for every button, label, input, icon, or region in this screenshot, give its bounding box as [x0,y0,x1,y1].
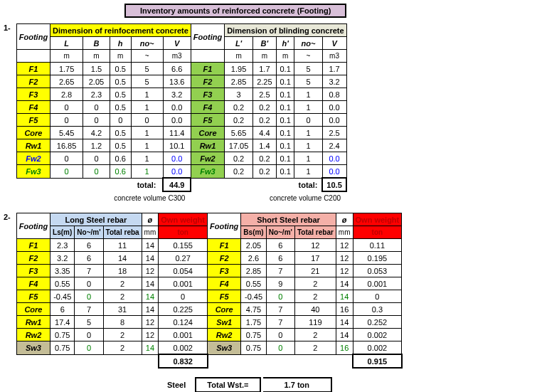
col-hdr: V [163,37,191,50]
col-hdr: B [83,37,110,50]
table-row: Rw117.458120.124Sw11.757119140.252 [16,316,401,329]
reinf-hdr: Dimension of reinfocement concrete [50,24,191,37]
section-2-num: 2- [4,213,16,221]
col-hdr: h' [276,37,294,50]
table-row: Rw116.851.20.5110.1Rw117.051.40.112.4 [16,139,346,152]
page-title: Inventory amounts of reinforced concrete… [124,4,346,18]
col-hdr: B' [252,37,276,50]
total-lbl-l: total: [131,178,163,191]
table-row: F33.35718120.054F32.85721120.053 [16,265,401,277]
total-wst-val: 1.7 ton [263,377,332,392]
sum-right: 0.915 [353,354,402,368]
table-row: Core6731140.225Core4.75740160.3 [16,303,401,316]
col-hdr: no~ [294,37,322,50]
long-rebar-hdr: Long Steel rebar [50,213,142,226]
blind-hdr: Dimension of blinding concrete [225,24,346,37]
col-hdr: V [322,37,346,50]
total-lbl-r: total: [294,178,322,191]
sum-left: 0.832 [159,354,208,368]
table-row: F500000.0F50.20.20.100.0 [16,114,346,127]
table-row: F4000.510.0F40.20.20.110.0 [16,101,346,114]
footing-hdr-r: Footing [191,24,224,50]
table-row: F22.652.050.5513.6F22.852.250.153.2 [16,75,346,88]
own-l: Own weight [159,213,208,226]
col-hdr: L' [225,37,253,50]
steel-lbl: Steel [167,381,193,389]
col-hdr: L [50,37,83,50]
dia-l: ø [142,213,159,226]
table-row: Fw3000.610.0Fw30.20.20.110.0 [16,165,346,179]
table-row: F32.82.30.513.2F332.50.110.8 [16,88,346,101]
table-rebar: Footing Long Steel rebar ø Own weight Fo… [16,213,403,369]
short-rebar-hdr: Short Steel rebar [241,213,336,226]
footing-hdr2r: Footing [208,213,241,239]
table-row: Sw30.7502140.002Sw30.7502160.002 [16,341,401,355]
col-hdr: no~ [131,37,163,50]
total-right: 10.5 [322,178,346,191]
footing-hdr: Footing [16,24,50,50]
own-r: Own weight [353,213,402,226]
table-row: F40.5502140.001F40.5592140.001 [16,277,401,290]
note-c200: concrete volume C200 [193,193,344,203]
col-hdr: h [110,37,131,50]
total-left: 44.9 [163,178,191,191]
table-dimensions: Footing Dimension of reinfocement concre… [16,23,347,204]
table-row: F23.2614140.27F22.6617120.195 [16,252,401,265]
footing-hdr2: Footing [16,213,50,239]
total-wst-lbl: Total Wst.= [195,377,260,392]
note-c300: concrete volume C300 [18,193,188,203]
table-row: Core5.454.20.5111.4Core5.654.40.112.5 [16,127,346,139]
section-1-num: 1- [4,23,16,32]
table-row: Rw20.7502120.001Rw20.7502140.002 [16,329,401,341]
dia-r: ø [336,213,353,226]
table-row: F5-0.4502140F5-0.4502140 [16,290,401,303]
table-row: Fw2000.610.0Fw20.20.20.110.0 [16,152,346,165]
steel-total-row: Steel Total Wst.= 1.7 ton [167,377,533,392]
table-row: F12.3611140.155F12.05612120.11 [16,239,401,252]
table-row: F11.751.50.556.6F11.951.70.151.7 [16,63,346,75]
